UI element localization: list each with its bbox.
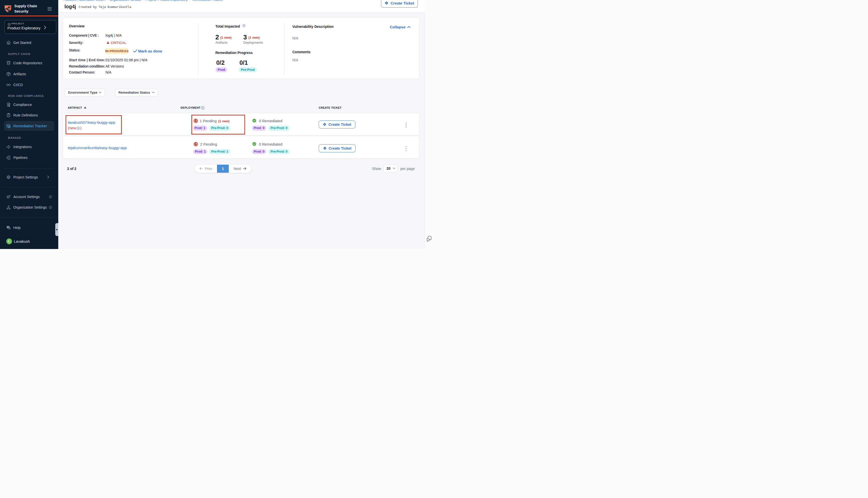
remediation-progress-title: Remediation Progress (216, 51, 253, 55)
ticket-diamond-icon (323, 122, 326, 126)
environment-type-filter[interactable]: Environment Type (65, 89, 105, 97)
sidebar-item-artifacts[interactable]: Artifacts (0, 70, 58, 78)
artifacts-box-icon (6, 72, 11, 76)
code-repository-icon (6, 61, 11, 65)
sidebar-item-project-settings[interactable]: Project Settings (0, 173, 58, 182)
sidebar-item-remediation-tracker-content[interactable]: Remediation Tracker (0, 122, 58, 130)
deployments-new-count: (1 new) (248, 36, 260, 39)
sidebar-item-compliance[interactable]: Compliance (0, 101, 58, 109)
collapse-button[interactable]: Collapse (390, 25, 406, 29)
row-menu-kebab-icon[interactable] (406, 146, 406, 152)
module-accent-bar (0, 16, 58, 16)
breadcrumb-current[interactable]: Remediation Tracker (192, 0, 223, 1)
condition-value: All Versions (105, 64, 124, 68)
mark-as-done-button[interactable]: Mark as done (138, 49, 162, 53)
compliance-document-icon (6, 102, 11, 107)
check-icon (133, 49, 138, 53)
sidebar-item-label: Compliance (13, 103, 32, 107)
remediated-preprod-badge: Pre-Prod: 0 (268, 149, 289, 154)
vulnerability-description-value: N/A (292, 36, 298, 40)
sidebar-item-label: Get Started (13, 41, 31, 45)
clipboard-check-icon (6, 113, 11, 117)
time-value: 01/10/2025 01:08 pm | N/A (105, 58, 147, 62)
kebab-dot (406, 146, 406, 147)
created-by: Created by Teja Kummarikuntla (79, 5, 131, 9)
create-ticket-label: Create Ticket (329, 146, 352, 150)
prev-label: Prev (205, 167, 212, 171)
sidebar-item-help[interactable]: ? Help (0, 223, 58, 232)
breadcrumb-separator-icon: › (143, 0, 144, 1)
deployments-label: Deployments (243, 41, 263, 44)
app-title-line-2: Security (14, 9, 37, 14)
ticket-diamond-icon (385, 1, 389, 5)
status-label: Status: (69, 48, 81, 52)
prod-progress: 0/2 (216, 60, 224, 66)
artifact-link[interactable]: tejakummarikuntla/easy-buggy-app (68, 146, 127, 150)
project-chevron-right-icon (44, 26, 46, 29)
sidebar-item-integrations[interactable]: Integrations (0, 143, 58, 151)
user-avatar[interactable]: L (6, 238, 12, 244)
collapse-arrow-icon (56, 229, 57, 231)
column-header-create-ticket: CREATE TICKET (319, 106, 341, 109)
organization-settings-icon (6, 205, 11, 210)
breadcrumb-project[interactable]: Project: Product Exploratory (145, 0, 187, 1)
status-badge: IN-PROGRESS (105, 48, 128, 54)
remediation-tracker-icon (6, 124, 11, 128)
arrow-left-icon (199, 167, 203, 170)
breadcrumb-separator-icon: › (190, 0, 190, 1)
sidebar-item-code-repositories[interactable]: Code Repositories (0, 59, 58, 67)
sort-ascending-icon[interactable] (84, 107, 87, 108)
info-circle-icon (243, 24, 245, 27)
create-ticket-button-header[interactable]: Create Ticket (381, 0, 418, 8)
sidebar-item-get-started[interactable]: Get Started (0, 38, 58, 47)
remediation-status-label: Remediation Status (118, 91, 150, 94)
create-ticket-button-row[interactable]: Create Ticket (319, 120, 355, 129)
sidebar-item-label: Remediation Tracker (13, 124, 47, 128)
page-size-select[interactable]: 20 (383, 165, 398, 172)
breadcrumb-account[interactable]: Account: Automation-SSCA (64, 0, 105, 1)
annotation-box-deployment (191, 115, 245, 134)
project-selector-name: Product Exploratory (8, 26, 41, 30)
sidebar-divider (4, 187, 54, 187)
kebab-dot (406, 122, 406, 123)
contact-value: N/A (105, 70, 111, 74)
app-grid-icon[interactable] (48, 7, 51, 11)
app-title: Supply Chain Security (14, 3, 37, 14)
pagination-next-button[interactable]: Next (229, 167, 251, 171)
chat-bubble-icon[interactable] (426, 236, 431, 241)
create-ticket-button-row[interactable]: Create Ticket (319, 144, 355, 152)
kebab-dot (406, 150, 406, 152)
sidebar-item-rule-definitions[interactable]: Rule Definitions (0, 111, 58, 119)
ticket-diamond-icon (323, 146, 327, 150)
artifacts-new-count: (1 new) (220, 36, 232, 39)
pagination-page-1[interactable]: 1 (217, 165, 229, 173)
preprod-badge: Pre-Prod (238, 67, 257, 73)
column-header-artifact[interactable]: ARTIFACT (68, 106, 82, 109)
collapse-label: Collapse (390, 25, 406, 29)
sidebar-item-pipelines[interactable]: Pipelines (0, 153, 58, 162)
breadcrumb-organization[interactable]: Organization: default (110, 0, 141, 1)
sidebar-item-organization-settings[interactable]: Organization Settings (0, 203, 58, 212)
condition-label: Remediation condition: (69, 64, 105, 68)
sidebar-collapse-handle[interactable] (55, 223, 58, 236)
sidebar-item-cicd[interactable]: CI/CD (0, 81, 58, 89)
kebab-dot (406, 124, 406, 126)
remediation-status-filter[interactable]: Remediation Status (115, 89, 158, 97)
remediated-count: 0 Remediated (259, 142, 282, 146)
scroll-gutter[interactable] (424, 13, 434, 249)
kebab-dot (406, 148, 406, 149)
pagination-control: Prev 1 Next (195, 165, 251, 173)
sidebar-item-account-settings[interactable]: Account Settings (0, 193, 58, 201)
user-name[interactable]: Lavakush (14, 239, 30, 244)
component-label: Component | CVE : (69, 34, 99, 37)
sidebar-item-label: Account Settings (13, 195, 40, 199)
remediated-preprod-badge: Pre-Prod: 0 (268, 126, 289, 131)
severity-label: Severity: (69, 41, 83, 45)
comments-value: N/A (292, 58, 298, 62)
sidebar-section-supply-chain: SUPPLY CHAIN (8, 52, 30, 55)
row-menu-kebab-icon[interactable] (406, 122, 406, 128)
pagination-prev-button[interactable]: Prev (195, 167, 217, 171)
pagination-summary: 2 of 2 (67, 167, 77, 171)
arrow-right-icon (243, 167, 246, 170)
critical-warning-icon (106, 41, 109, 44)
